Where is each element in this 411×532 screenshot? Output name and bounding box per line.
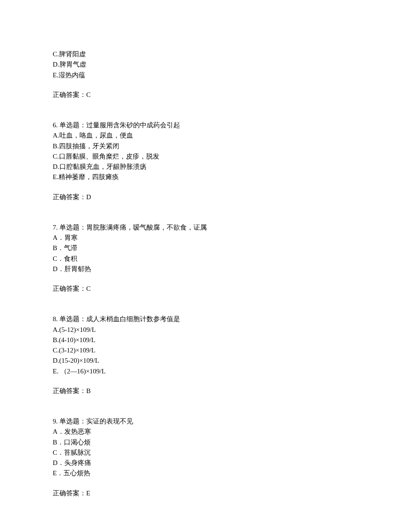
option-a: A.(5-12)×109/L <box>53 325 358 335</box>
question-stem: 7. 单选题：胃脘胀满疼痛，嗳气酸腐，不欲食，证属 <box>53 222 358 233</box>
option-b: B．口渴心烦 <box>53 437 358 448</box>
option-b: B.(4-10)×109/L <box>53 335 358 345</box>
answer: 正确答案：D <box>53 192 358 202</box>
answer: 正确答案：E <box>53 488 358 498</box>
option-d: D.(15-20)×109/L <box>53 356 358 366</box>
option-d: D.脾胃气虚 <box>53 59 358 70</box>
answer: 正确答案：B <box>53 386 358 396</box>
option-d: D．头身疼痛 <box>53 458 358 468</box>
option-e: E.精神萎靡，四肢瘫痪 <box>53 172 358 182</box>
prelude-options: C.脾肾阳虚 D.脾胃气虚 E.湿热内蕴 <box>53 49 358 80</box>
answer: 正确答案：C <box>53 284 358 294</box>
option-a: A．胃寒 <box>53 233 358 243</box>
option-e: E. （2—16)×109/L <box>53 366 358 377</box>
option-c: C．食积 <box>53 254 358 264</box>
option-d: D.口腔黏膜充血，牙龈肿胀溃疡 <box>53 162 358 172</box>
option-c: C.脾肾阳虚 <box>53 49 358 59</box>
option-a: A．发热恶寒 <box>53 427 358 437</box>
question-stem: 6. 单选题：过量服用含朱砂的中成药会引起 <box>53 120 358 130</box>
option-e: E．五心烦热 <box>53 468 358 478</box>
option-c: C．苔腻脉沉 <box>53 448 358 458</box>
option-c: C.口唇黏膜、眼角糜烂，皮疹，脱发 <box>53 151 358 162</box>
prelude-answer: 正确答案：C <box>53 90 358 100</box>
option-a: A.吐血，咯血，尿血，便血 <box>53 130 358 141</box>
question-9: 9. 单选题：实证的表现不见 A．发热恶寒 B．口渴心烦 C．苔腻脉沉 D．头身… <box>53 416 358 498</box>
option-b: B.四肢抽搐，牙关紧闭 <box>53 141 358 151</box>
option-c: C.(3-12)×109/L <box>53 345 358 356</box>
question-stem: 8. 单选题：成人末梢血白细胞计数参考值是 <box>53 314 358 324</box>
option-b: B．气滞 <box>53 243 358 253</box>
question-8: 8. 单选题：成人末梢血白细胞计数参考值是 A.(5-12)×109/L B.(… <box>53 314 358 396</box>
option-d: D．肝胃郁热 <box>53 264 358 274</box>
question-7: 7. 单选题：胃脘胀满疼痛，嗳气酸腐，不欲食，证属 A．胃寒 B．气滞 C．食积… <box>53 222 358 294</box>
option-e: E.湿热内蕴 <box>53 70 358 80</box>
question-stem: 9. 单选题：实证的表现不见 <box>53 416 358 427</box>
question-6: 6. 单选题：过量服用含朱砂的中成药会引起 A.吐血，咯血，尿血，便血 B.四肢… <box>53 120 358 202</box>
